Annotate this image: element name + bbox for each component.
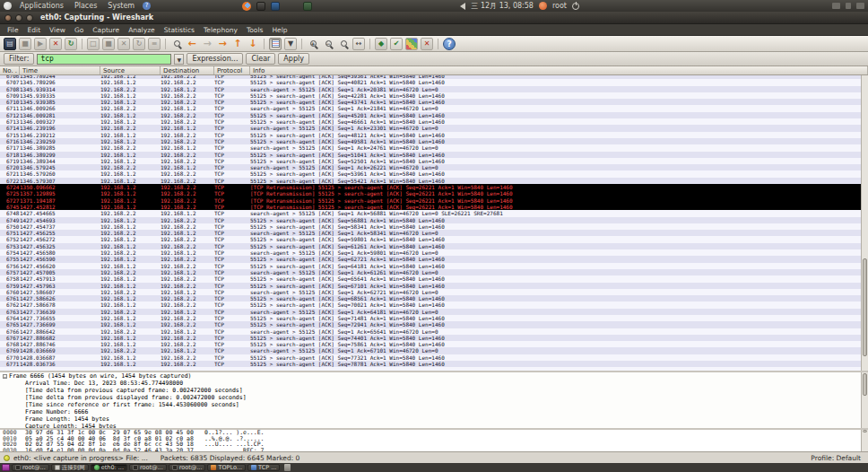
packet-row[interactable]: 6724 1350.096662 192.168.1.2 192.168.2.2… [0, 184, 861, 190]
menu-item[interactable]: Help [267, 26, 291, 34]
taskbar-item-terminal-2[interactable]: root@... [129, 464, 167, 471]
taskbar-item-terminal-3[interactable]: root@... [169, 464, 206, 471]
packet-row[interactable]: 6749 1427.454693 192.168.1.2 192.168.2.2… [0, 217, 861, 223]
packet-row[interactable]: 6769 1428.036669 192.168.2.2 192.168.1.2… [0, 347, 861, 354]
packet-row[interactable]: 6719 1346.389344 192.168.1.2 192.168.2.2… [0, 158, 861, 164]
packet-row[interactable]: 6721 1346.579260 192.168.1.2 192.168.2.2… [0, 170, 861, 177]
packet-row[interactable]: 6720 1346.579245 192.168.2.2 192.168.1.2… [0, 164, 861, 170]
menu-item[interactable]: File [3, 26, 23, 34]
help-launcher-icon[interactable]: ? [143, 2, 151, 10]
packet-row[interactable]: 6708 1345.939314 192.168.2.2 192.168.1.2… [0, 86, 861, 92]
detail-line[interactable]: [Time delta from previous captured frame… [0, 387, 868, 394]
media-launcher-icon[interactable] [256, 2, 265, 11]
hex-line[interactable]: 0030 16 d0 f4 e1 00 00 0d 0a 0d 0a 52 46… [0, 448, 868, 452]
packet-row[interactable]: 6771 1428.036736 192.168.1.2 192.168.2.2… [0, 361, 861, 367]
packet-row[interactable]: 6748 1427.454665 192.168.2.2 192.168.1.2… [0, 210, 861, 216]
details-scrollbar[interactable] [861, 372, 868, 428]
zoom-100-icon[interactable] [337, 38, 350, 50]
packet-row[interactable]: 6759 1427.457963 192.168.1.2 192.168.2.2… [0, 283, 861, 289]
trash-icon[interactable] [284, 464, 291, 471]
menu-item[interactable]: Tools [242, 26, 267, 34]
capture-stop-icon[interactable]: ✕ [49, 38, 62, 50]
packet-row[interactable]: 6761 1427.586626 192.168.1.2 192.168.2.2… [0, 295, 861, 302]
panel-username[interactable]: root [552, 2, 567, 10]
packet-row[interactable]: 6751 1427.456255 192.168.2.2 192.168.1.2… [0, 230, 861, 236]
packet-row[interactable]: 6762 1427.586678 192.168.1.2 192.168.2.2… [0, 302, 861, 308]
packet-row[interactable]: 6757 1427.457005 192.168.2.2 192.168.1.2… [0, 269, 861, 275]
go-back-icon[interactable]: ← [186, 38, 198, 50]
clear-button[interactable]: Clear [246, 53, 275, 65]
places-menu[interactable]: Places [72, 2, 100, 10]
taskbar-item-wireshark[interactable]: eth0: ... [91, 464, 127, 471]
go-to-packet-icon[interactable]: → [216, 38, 229, 50]
packet-row[interactable]: 6710 1345.939385 192.168.1.2 192.168.2.2… [0, 99, 861, 105]
taskbar-item-terminal-1[interactable]: root@... [12, 464, 49, 471]
list-interfaces-icon[interactable]: ▤ [4, 38, 16, 50]
tray-network-icon[interactable] [846, 3, 851, 9]
packet-row[interactable]: 6722 1346.579307 192.168.1.2 192.168.2.2… [0, 178, 861, 184]
packet-row[interactable]: 6750 1427.454737 192.168.1.2 192.168.2.2… [0, 223, 861, 230]
tray-misc-icon[interactable] [856, 3, 864, 9]
column-destination[interactable]: Destination [161, 66, 214, 74]
packet-row[interactable]: 6745 1427.452812 192.168.1.2 192.168.2.2… [0, 204, 861, 210]
detail-line[interactable]: [Time delta from previous displayed fram… [0, 394, 868, 401]
print-icon[interactable]: ≡ [148, 38, 161, 50]
help-icon[interactable]: ? [443, 38, 456, 50]
filter-input[interactable] [37, 54, 171, 65]
capture-status-icon[interactable] [4, 455, 10, 461]
packet-row[interactable]: 6716 1346.239259 192.168.1.2 192.168.2.2… [0, 138, 861, 144]
menu-item[interactable]: Go [70, 26, 88, 34]
power-icon[interactable] [572, 3, 579, 10]
terminal-launcher-icon[interactable] [303, 2, 312, 11]
packet-row[interactable]: 6768 1427.886746 192.168.1.2 192.168.2.2… [0, 341, 861, 347]
packet-row[interactable]: 6765 1427.736699 192.168.1.2 192.168.2.2… [0, 321, 861, 328]
autoscroll-toggle-icon[interactable]: ▼ [284, 38, 297, 50]
filter-label-button[interactable]: Filter: [4, 53, 34, 65]
colorize-toggle-icon[interactable] [269, 38, 282, 50]
capture-filter-icon[interactable]: ◆ [375, 38, 387, 50]
status-profile[interactable]: Profile: Default [811, 454, 864, 462]
applications-menu[interactable]: Applications [17, 2, 66, 10]
open-icon[interactable]: □ [87, 38, 100, 50]
column-no[interactable]: No. . [0, 66, 20, 74]
coloring-rules-icon[interactable] [405, 38, 418, 50]
capture-start-icon[interactable]: ▶ [34, 38, 47, 50]
reload-icon[interactable]: ↻ [133, 38, 145, 50]
packet-row[interactable]: 6717 1346.389285 192.168.2.2 192.168.1.2… [0, 144, 861, 151]
go-to-bottom-icon[interactable]: ↓ [247, 38, 259, 50]
capture-options-icon[interactable]: ■ [19, 38, 31, 50]
scrollbar-thumb[interactable] [863, 258, 867, 356]
packet-row[interactable]: 6727 1371.194187 192.168.1.2 192.168.2.2… [0, 197, 861, 204]
window-minimize-button[interactable] [15, 14, 22, 22]
window-close-button[interactable] [4, 14, 12, 22]
window-maximize-button[interactable] [26, 14, 33, 22]
panel-clock[interactable]: 三 12月 13, 08:58 [471, 1, 534, 11]
save-icon[interactable]: ■ [102, 38, 115, 50]
packet-list-scrollbar[interactable] [861, 75, 868, 371]
packet-row[interactable]: 6754 1427.456580 192.168.2.2 192.168.1.2… [0, 249, 861, 256]
column-source[interactable]: Source [100, 66, 161, 74]
taskbar-item-tcp-doc[interactable]: TCP ... [247, 464, 280, 471]
packet-row[interactable]: 6758 1427.457913 192.168.1.2 192.168.2.2… [0, 275, 861, 282]
filter-dropdown-icon[interactable]: ▼ [174, 54, 184, 65]
column-time[interactable]: Time [20, 66, 100, 74]
packet-row[interactable]: 6709 1345.939335 192.168.1.2 192.168.2.2… [0, 92, 861, 99]
hex-scrollbar[interactable] [861, 430, 868, 451]
column-protocol[interactable]: Protocol [214, 66, 250, 74]
taskbar-item-document[interactable]: 连接到网 [51, 464, 89, 471]
menu-item[interactable]: View [45, 26, 70, 34]
system-menu[interactable]: System [105, 2, 137, 10]
find-packet-icon[interactable] [170, 38, 183, 50]
menu-item[interactable]: Analyze [124, 26, 160, 34]
packet-row[interactable]: 6767 1427.886682 192.168.1.2 192.168.2.2… [0, 335, 861, 341]
detail-line[interactable]: Frame Length: 1454 bytes [0, 415, 868, 423]
packet-row[interactable]: 6755 1427.456590 192.168.1.2 192.168.2.2… [0, 256, 861, 262]
workspace-switcher[interactable] [2, 464, 10, 471]
packet-row[interactable]: 6763 1427.736639 192.168.2.2 192.168.1.2… [0, 309, 861, 315]
packet-row[interactable]: 6752 1427.456272 192.168.1.2 192.168.2.2… [0, 236, 861, 242]
packet-row[interactable]: 6756 1427.456620 192.168.1.2 192.168.2.2… [0, 263, 861, 269]
close-icon[interactable]: ✕ [117, 38, 130, 50]
menu-item[interactable]: Statistics [160, 26, 199, 34]
packet-row[interactable]: 6707 1345.789296 192.168.1.2 192.168.2.2… [0, 79, 861, 85]
packet-row[interactable]: 6725 1357.129895 192.168.1.2 192.168.2.2… [0, 190, 861, 197]
